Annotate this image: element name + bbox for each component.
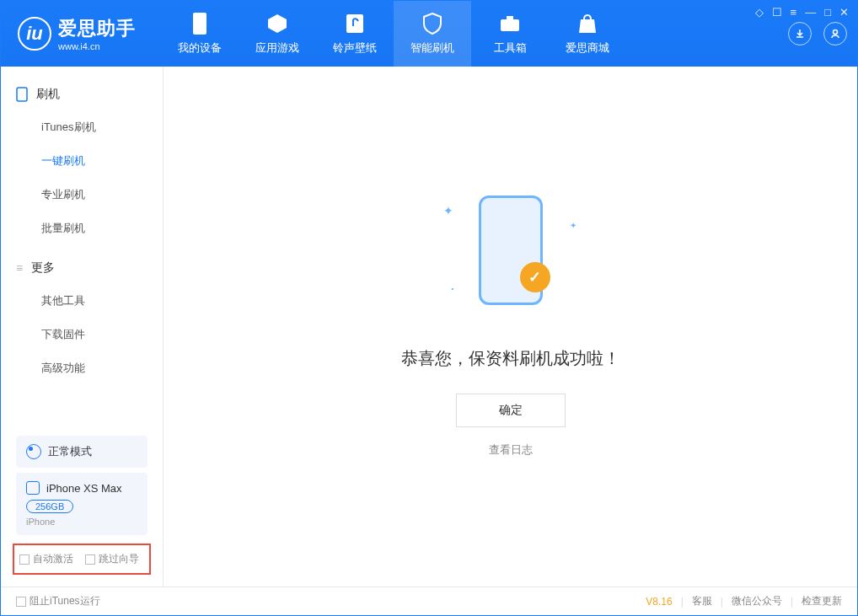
header: iu 爱思助手 www.i4.cn 我的设备 应用游戏 铃声壁纸 智能刷机 <box>1 1 857 67</box>
checkbox-highlight-box: 自动激活 跳过向导 <box>13 544 151 575</box>
svg-rect-5 <box>17 88 27 101</box>
footer-link-update[interactable]: 检查更新 <box>802 594 842 608</box>
confirm-button[interactable]: 确定 <box>456 394 566 427</box>
phone-illustration: ✓ <box>479 196 543 305</box>
minimize-icon[interactable]: — <box>805 6 816 19</box>
sidebar-item-advanced[interactable]: 高级功能 <box>1 351 163 385</box>
app-title: 爱思助手 <box>58 16 136 41</box>
sidebar-item-batch-flash[interactable]: 批量刷机 <box>1 212 163 245</box>
main-content: ✦ ✦ • ✓ 恭喜您，保资料刷机成功啦！ 确定 查看日志 <box>164 67 857 587</box>
checkbox-auto-activate[interactable]: 自动激活 <box>19 552 73 566</box>
shield-icon <box>421 12 444 35</box>
success-message: 恭喜您，保资料刷机成功啦！ <box>401 347 620 370</box>
svg-rect-2 <box>501 19 519 31</box>
tab-ringtones[interactable]: 铃声壁纸 <box>316 1 394 67</box>
logo: iu 爱思助手 www.i4.cn <box>18 16 161 51</box>
checkbox-block-itunes[interactable]: 阻止iTunes运行 <box>16 594 100 608</box>
svg-rect-3 <box>507 16 513 19</box>
user-button[interactable] <box>823 22 847 46</box>
header-right <box>788 22 847 46</box>
sparkle-icon: ✦ <box>443 204 453 217</box>
download-button[interactable] <box>788 22 812 46</box>
app-subtitle: www.i4.cn <box>58 41 136 51</box>
footer-link-support[interactable]: 客服 <box>692 594 712 608</box>
checkbox-icon <box>16 597 26 607</box>
device-type: iPhone <box>26 517 55 527</box>
sidebar-section-more: ≡ 更多 <box>1 252 163 284</box>
sparkle-icon: ✦ <box>570 221 576 230</box>
storage-badge: 256GB <box>26 500 73 513</box>
device-small-icon <box>16 87 28 102</box>
device-icon <box>26 481 40 495</box>
sidebar-item-itunes-flash[interactable]: iTunes刷机 <box>1 110 163 144</box>
device-name: iPhone XS Max <box>46 482 122 495</box>
tab-flash[interactable]: 智能刷机 <box>394 1 471 67</box>
mode-icon <box>26 444 41 459</box>
menu-icon[interactable]: ≡ <box>791 6 797 19</box>
body: 刷机 iTunes刷机 一键刷机 专业刷机 批量刷机 ≡ 更多 其他工具 下载固… <box>1 67 857 587</box>
success-illustration: ✦ ✦ • ✓ <box>460 196 561 322</box>
close-icon[interactable]: ✕ <box>839 6 849 19</box>
window-controls: ◇ ☐ ≡ — □ ✕ <box>755 6 849 19</box>
checkbox-icon <box>85 554 95 565</box>
sidebar-item-onekey-flash[interactable]: 一键刷机 <box>1 144 163 178</box>
svg-rect-0 <box>193 13 206 35</box>
version-label: V8.16 <box>646 596 672 608</box>
mode-card[interactable]: 正常模式 <box>16 436 147 468</box>
lock-icon[interactable]: ☐ <box>772 6 782 19</box>
list-icon: ≡ <box>16 261 23 275</box>
sidebar-section-flash: 刷机 <box>1 78 163 110</box>
sidebar-item-download-firmware[interactable]: 下载固件 <box>1 318 163 351</box>
maximize-icon[interactable]: □ <box>824 6 831 19</box>
view-log-link[interactable]: 查看日志 <box>489 442 533 458</box>
device-card[interactable]: iPhone XS Max 256GB iPhone <box>16 473 147 535</box>
logo-icon: iu <box>18 17 51 51</box>
tab-toolbox[interactable]: 工具箱 <box>471 1 549 67</box>
tab-my-device[interactable]: 我的设备 <box>161 1 239 67</box>
checkbox-skip-guide[interactable]: 跳过向导 <box>85 552 139 566</box>
sidebar-item-other-tools[interactable]: 其他工具 <box>1 284 163 318</box>
sparkle-icon: • <box>452 285 454 292</box>
footer: 阻止iTunes运行 V8.16 | 客服 | 微信公众号 | 检查更新 <box>1 587 857 615</box>
checkbox-icon <box>19 554 29 565</box>
phone-icon <box>188 12 212 35</box>
svg-rect-1 <box>346 14 363 33</box>
cube-icon <box>265 12 289 35</box>
sidebar: 刷机 iTunes刷机 一键刷机 专业刷机 批量刷机 ≡ 更多 其他工具 下载固… <box>1 67 164 587</box>
tab-store[interactable]: 爱思商城 <box>549 1 626 67</box>
nav-tabs: 我的设备 应用游戏 铃声壁纸 智能刷机 工具箱 爱思商城 <box>161 1 626 67</box>
shirt-icon[interactable]: ◇ <box>755 6 764 19</box>
footer-link-wechat[interactable]: 微信公众号 <box>732 594 782 608</box>
check-badge-icon: ✓ <box>520 262 550 292</box>
tab-apps-games[interactable]: 应用游戏 <box>239 1 316 67</box>
toolbox-icon <box>498 12 522 35</box>
bag-icon <box>576 12 599 35</box>
svg-point-4 <box>834 30 838 35</box>
app-window: ◇ ☐ ≡ — □ ✕ iu 爱思助手 www.i4.cn 我的设备 应用游戏 <box>0 0 858 616</box>
sidebar-item-pro-flash[interactable]: 专业刷机 <box>1 178 163 212</box>
music-icon <box>343 12 367 35</box>
